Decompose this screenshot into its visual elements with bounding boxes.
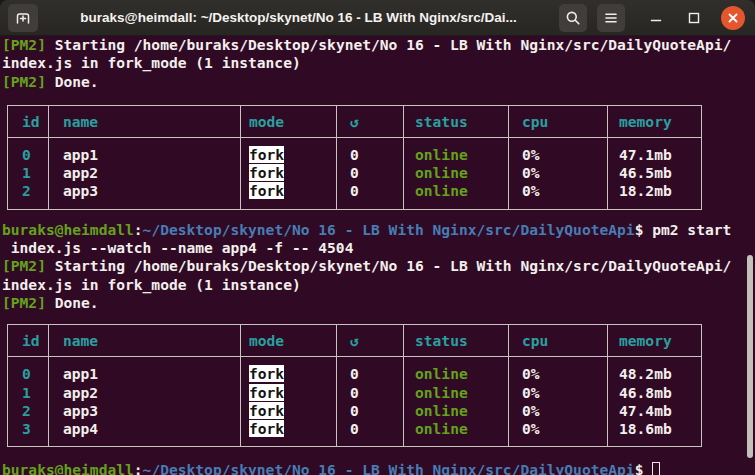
table-row: 1 app2 fork 0 online 0% 46.5mb <box>8 164 701 182</box>
header-status: status <box>403 325 508 357</box>
cell-cpu: 0% <box>508 402 607 420</box>
header-name: name <box>48 106 240 138</box>
fork-badge: fork <box>249 164 284 181</box>
output-line: index.js in fork_mode (1 instance) <box>2 54 755 72</box>
command-text: pm2 start <box>643 221 731 238</box>
table-row: 2 app3 fork 0 online 0% 47.4mb <box>8 402 701 420</box>
cell-status: online <box>403 384 508 402</box>
restart-icon: ↺ <box>336 325 403 357</box>
cell-restarts: 0 <box>336 164 403 182</box>
cell-id: 1 <box>8 164 48 182</box>
prompt-line: buraks@heimdall:~/Desktop/skynet/No 16 -… <box>2 221 755 239</box>
new-tab-button[interactable] <box>8 4 38 32</box>
cell-restarts: 0 <box>336 402 403 420</box>
cell-name: app3 <box>48 402 240 420</box>
pm2-tag: [PM2] <box>2 294 46 311</box>
header-name: name <box>48 325 240 357</box>
cell-name: app1 <box>48 146 240 164</box>
close-icon <box>727 12 739 24</box>
fork-badge: fork <box>249 420 284 437</box>
prompt-line: buraks@heimdall:~/Desktop/skynet/No 16 -… <box>2 460 755 475</box>
command-line: index.js --watch --name app4 -f -- 4504 <box>2 239 755 257</box>
output-line: [PM2] Starting /home/buraks/Desktop/skyn… <box>2 36 755 54</box>
output-line: [PM2] Done. <box>2 73 755 91</box>
cell-memory: 47.4mb <box>607 402 703 420</box>
fork-badge: fork <box>249 365 284 382</box>
cell-memory: 18.6mb <box>607 420 703 438</box>
search-icon <box>565 10 581 26</box>
cell-status: online <box>403 365 508 383</box>
table-header-row: id name mode ↺ status cpu memory <box>8 325 701 357</box>
cell-mode: fork <box>240 365 336 383</box>
cell-restarts: 0 <box>336 146 403 164</box>
cell-id: 0 <box>8 365 48 383</box>
maximize-icon <box>687 11 701 25</box>
output-text: Starting /home/buraks/Desktop/skynet/No … <box>46 257 731 274</box>
titlebar[interactable]: buraks@heimdall: ~/Desktop/skynet/No 16 … <box>0 0 755 36</box>
cell-cpu: 0% <box>508 420 607 438</box>
cell-name: app2 <box>48 384 240 402</box>
cell-name: app1 <box>48 365 240 383</box>
table-row: 2 app3 fork 0 online 0% 18.2mb <box>8 182 701 200</box>
header-id: id <box>8 325 48 357</box>
pm2-process-table-2: id name mode ↺ status cpu memory 0 app1 … <box>7 324 702 447</box>
maximize-button[interactable] <box>687 11 701 25</box>
prompt-user-host: buraks@heimdall <box>2 461 134 475</box>
cell-cpu: 0% <box>508 146 607 164</box>
output-line: [PM2] Starting /home/buraks/Desktop/skyn… <box>2 257 755 275</box>
output-text: Done. <box>46 294 99 311</box>
scrollbar-thumb[interactable] <box>747 255 753 458</box>
fork-badge: fork <box>249 146 284 163</box>
cell-id: 3 <box>8 420 48 438</box>
menu-icon <box>603 10 619 26</box>
pm2-process-table-1: id name mode ↺ status cpu memory 0 app1 … <box>7 105 702 210</box>
table-row: 0 app1 fork 0 online 0% 47.1mb <box>8 146 701 164</box>
cell-mode: fork <box>240 402 336 420</box>
fork-badge: fork <box>249 402 284 419</box>
header-status: status <box>403 106 508 138</box>
table-row: 1 app2 fork 0 online 0% 46.8mb <box>8 384 701 402</box>
header-cpu: cpu <box>508 325 607 357</box>
cell-status: online <box>403 146 508 164</box>
header-mode: mode <box>240 106 336 138</box>
output-text: Done. <box>46 73 99 90</box>
cell-mode: fork <box>240 146 336 164</box>
cell-memory: 46.8mb <box>607 384 703 402</box>
cell-status: online <box>403 182 508 200</box>
cell-id: 0 <box>8 146 48 164</box>
prompt-user-host: buraks@heimdall <box>2 221 134 238</box>
cell-cpu: 0% <box>508 365 607 383</box>
cell-name: app4 <box>48 420 240 438</box>
cell-cpu: 0% <box>508 164 607 182</box>
cell-status: online <box>403 420 508 438</box>
cell-mode: fork <box>240 384 336 402</box>
cell-mode: fork <box>240 164 336 182</box>
menu-button[interactable] <box>597 4 625 32</box>
cell-restarts: 0 <box>336 384 403 402</box>
output-text: Starting /home/buraks/Desktop/skynet/No … <box>46 36 731 53</box>
window-title: buraks@heimdall: ~/Desktop/skynet/No 16 … <box>38 10 559 25</box>
search-button[interactable] <box>559 4 587 32</box>
cell-status: online <box>403 402 508 420</box>
header-mode: mode <box>240 325 336 357</box>
cell-name: app2 <box>48 164 240 182</box>
cell-id: 1 <box>8 384 48 402</box>
new-tab-icon <box>15 10 31 26</box>
header-memory: memory <box>607 106 703 138</box>
cell-name: app3 <box>48 182 240 200</box>
pm2-tag: [PM2] <box>2 257 46 274</box>
cell-mode: fork <box>240 182 336 200</box>
terminal-cursor <box>652 462 660 475</box>
minimize-button[interactable] <box>649 11 663 25</box>
terminal-window: buraks@heimdall: ~/Desktop/skynet/No 16 … <box>0 0 755 475</box>
cell-cpu: 0% <box>508 384 607 402</box>
table-row: 3 app4 fork 0 online 0% 18.6mb <box>8 420 701 438</box>
prompt-path: ~/Desktop/skynet/No 16 - LB With Nginx/s… <box>143 221 635 238</box>
close-button[interactable] <box>721 6 745 30</box>
table-header-row: id name mode ↺ status cpu memory <box>8 106 701 138</box>
pm2-tag: [PM2] <box>2 73 46 90</box>
terminal-content[interactable]: [PM2] Starting /home/buraks/Desktop/skyn… <box>0 36 755 475</box>
cell-memory: 47.1mb <box>607 146 703 164</box>
cell-restarts: 0 <box>336 365 403 383</box>
prompt-separator: : <box>134 461 143 475</box>
